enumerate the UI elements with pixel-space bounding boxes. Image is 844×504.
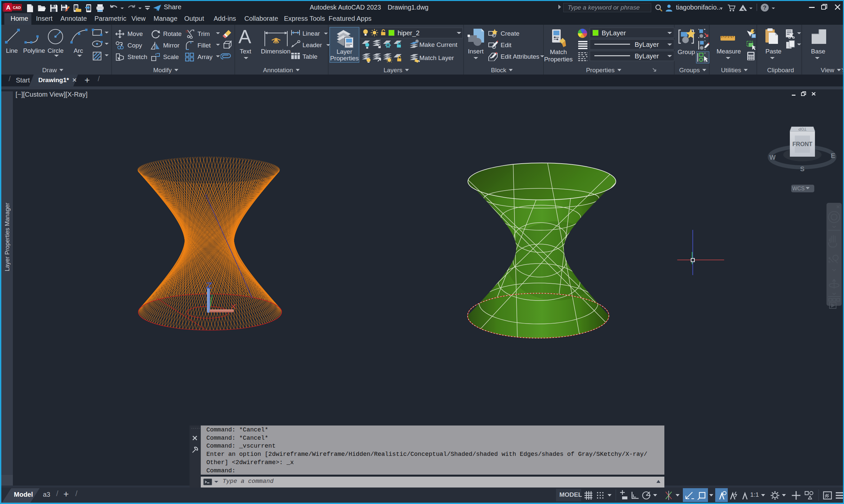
- svg-text:W: W: [769, 154, 776, 161]
- svg-text:S: S: [800, 165, 804, 173]
- svg-text:E: E: [831, 152, 835, 159]
- svg-text:FRONT: FRONT: [792, 141, 813, 147]
- svg-text:A: A: [6, 4, 11, 11]
- svg-text:TOP: TOP: [798, 127, 806, 131]
- svg-text:?: ?: [763, 5, 767, 11]
- svg-text:WCS: WCS: [792, 186, 804, 191]
- svg-text:CAD: CAD: [13, 6, 21, 10]
